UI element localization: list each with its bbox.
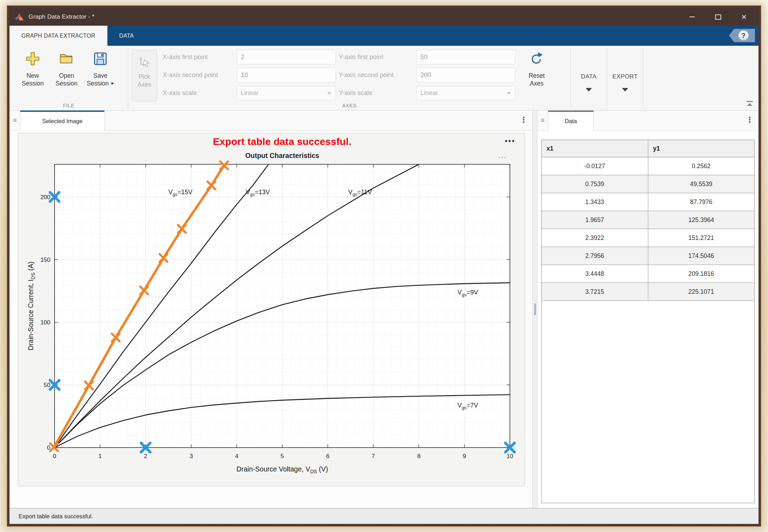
chevron-down-icon	[327, 92, 331, 95]
table-cell[interactable]: 3.4448	[542, 265, 648, 283]
table-row[interactable]: 2.7956174.5046	[542, 247, 754, 265]
tab-data[interactable]: DATA	[107, 26, 146, 46]
help-button[interactable]: ?	[729, 29, 755, 42]
table-cell[interactable]: 0.7539	[542, 175, 648, 193]
status-text: Export table data successful.	[19, 513, 93, 520]
close-button[interactable]: ✕	[739, 12, 749, 22]
table-cell[interactable]: 2.3922	[542, 229, 648, 247]
data-gallery-button[interactable]: DATA	[571, 46, 607, 110]
column-header-x1[interactable]: x1	[542, 140, 648, 157]
minimize-button[interactable]	[687, 12, 697, 22]
left-panel-tab-strip: ≡ Selected Image ⋮	[10, 110, 532, 131]
table-row[interactable]: -0.01270.2562	[542, 157, 754, 175]
y-axis-first-point-field: 50	[416, 50, 516, 64]
maximize-button[interactable]	[713, 12, 723, 22]
panel-splitter[interactable]	[532, 110, 537, 508]
close-icon: ✕	[741, 14, 747, 20]
y-axis-second-point-field: 200	[416, 68, 516, 82]
data-gallery-dropdown-icon	[586, 88, 592, 91]
table-row[interactable]: 3.4448209.1816	[542, 265, 754, 283]
chevron-down-icon	[507, 92, 511, 95]
help-icon: ?	[738, 31, 749, 41]
table-row[interactable]: 1.9657125.3964	[542, 211, 754, 229]
svg-text:9: 9	[463, 453, 466, 460]
svg-text:Drain-Source Current, IDS (A): Drain-Source Current, IDS (A)	[27, 261, 36, 350]
table-cell[interactable]: 174.5046	[648, 247, 754, 265]
table-cell[interactable]: 125.3964	[648, 211, 754, 229]
open-session-button[interactable]: Open Session	[50, 50, 83, 87]
y-axis-first-point-label: Y-axis first point	[339, 53, 413, 61]
svg-text:7: 7	[371, 453, 375, 460]
table-cell[interactable]: 209.1816	[648, 265, 754, 283]
table-cell[interactable]: 1.9657	[542, 211, 648, 229]
axes-toolbar-overflow-icon[interactable]: ⋯	[498, 154, 506, 161]
table-row[interactable]: 2.3922151.2721	[542, 229, 754, 247]
title-bar: Graph Data Extractor - * ✕	[10, 8, 758, 26]
svg-text:200: 200	[40, 194, 50, 201]
open-session-icon	[59, 50, 74, 68]
save-session-button[interactable]: Save Session	[83, 50, 117, 87]
table-cell[interactable]: 0.2562	[648, 157, 754, 175]
table-cell[interactable]: 87.7976	[648, 193, 754, 211]
table-cell[interactable]: 1.3433	[542, 193, 648, 211]
save-session-icon	[93, 50, 108, 68]
reset-axes-icon	[529, 50, 544, 68]
column-header-y1[interactable]: y1	[648, 140, 754, 157]
maximize-icon	[715, 14, 721, 20]
table-cell[interactable]: 225.1071	[648, 283, 754, 301]
table-header-row: x1 y1	[542, 140, 754, 157]
table-row[interactable]: 1.343387.7976	[542, 193, 754, 211]
panel-menu-icon[interactable]: ⋮	[746, 115, 754, 125]
save-dropdown-icon[interactable]	[111, 83, 114, 85]
tab-data-panel[interactable]: Data	[548, 110, 594, 131]
svg-text:50: 50	[44, 382, 50, 388]
tab-selected-image[interactable]: Selected Image	[20, 110, 105, 131]
panel-grip-icon[interactable]: ≡	[10, 110, 20, 130]
svg-text:Drain-Source Voltage, VDS (V): Drain-Source Voltage, VDS (V)	[236, 465, 328, 474]
table-row[interactable]: 3.7215225.1071	[542, 283, 754, 301]
x-axis-second-point-label: X-axis second point	[163, 71, 234, 79]
table-cell[interactable]: 2.7956	[542, 247, 648, 265]
svg-text:4: 4	[235, 453, 238, 460]
chart-svg[interactable]: Vgs=15VVgs=13VVgs=11VVgs=9VVgs=7V0123456…	[18, 133, 525, 486]
status-bar: Export table data successful.	[10, 508, 758, 524]
figure-area: Vgs=15VVgs=13VVgs=11VVgs=9VVgs=7V0123456…	[18, 133, 525, 486]
new-session-button[interactable]: New Session	[16, 50, 50, 87]
axes-section: Pick Axes X-axis first point 2 Y-axis fi…	[128, 46, 570, 110]
ribbon-tab-bar: GRAPH DATA EXTRACTOR DATA ?	[10, 26, 758, 46]
data-panel: ≡ Data ⋮ x1 y1 -0.01270.25620.753949.553…	[537, 110, 758, 508]
panel-grip-icon[interactable]: ≡	[537, 110, 548, 130]
y-axis-scale-label: Y-axis scale	[339, 89, 413, 97]
x-axis-second-point-field: 10	[237, 68, 336, 82]
svg-text:0: 0	[53, 453, 56, 460]
right-panel-tab-strip: ≡ Data ⋮	[537, 110, 758, 131]
x-axis-scale-select: Linear	[237, 86, 336, 100]
collapse-ribbon-button[interactable]	[747, 101, 753, 106]
table-cell[interactable]: 151.2721	[648, 229, 754, 247]
tab-graph-data-extractor[interactable]: GRAPH DATA EXTRACTOR	[10, 26, 107, 46]
section-separator	[643, 48, 643, 108]
splitter-handle-icon	[534, 303, 536, 315]
svg-text:100: 100	[40, 319, 50, 326]
chart-title: Output Characteristics	[55, 152, 510, 160]
reset-axes-button[interactable]: Reset Axes	[520, 50, 553, 87]
x-axis-first-point-label: X-axis first point	[163, 53, 234, 61]
svg-text:3: 3	[189, 453, 193, 460]
table-cell[interactable]: -0.0127	[542, 157, 648, 175]
figure-overflow-icon[interactable]: ⋯	[504, 137, 515, 145]
svg-text:2: 2	[144, 453, 147, 460]
svg-text:5: 5	[281, 453, 284, 460]
table-cell[interactable]: 49.5539	[648, 175, 754, 193]
pick-axes-icon	[137, 53, 151, 69]
panel-menu-icon[interactable]: ⋮	[520, 115, 527, 125]
y-axis-scale-select: Linear	[416, 86, 516, 100]
data-panel-content: x1 y1 -0.01270.25620.753949.55391.343387…	[537, 131, 758, 508]
file-section-caption: FILE	[10, 103, 128, 108]
svg-text:6: 6	[326, 453, 329, 460]
export-gallery-button[interactable]: EXPORT	[607, 46, 643, 110]
table-row[interactable]: 0.753949.5539	[542, 175, 754, 193]
svg-text:8: 8	[417, 453, 420, 460]
table-cell[interactable]: 3.7215	[542, 283, 648, 301]
window-title: Graph Data Extractor - *	[29, 13, 94, 20]
matlab-logo-icon	[14, 12, 24, 21]
